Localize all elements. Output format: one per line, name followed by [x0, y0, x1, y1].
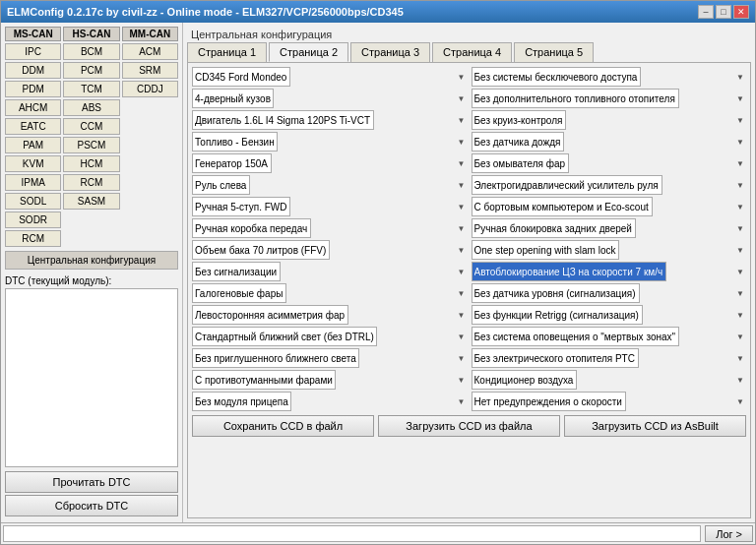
sidebar-item-srm[interactable]: SRM [122, 62, 178, 79]
config-select-left-5[interactable]: Руль слева [192, 175, 250, 195]
sidebar-item-sodl[interactable]: SODL [5, 193, 61, 210]
ms-can-column: MS-CAN IPC DDM PDM AHCM EATC PAM KVM IPM… [5, 27, 61, 247]
sidebar-item-hcm[interactable]: HCM [63, 155, 119, 172]
save-ccd-button[interactable]: Сохранить CCD в файл [192, 415, 374, 437]
window-title: ELMConfig 0.2.17c by civil-zz - Online m… [7, 6, 404, 18]
config-select-left-8[interactable]: Объем бака 70 литров (FFV) [192, 240, 330, 260]
config-select-right-8[interactable]: One step opening with slam lock [472, 240, 619, 260]
sidebar-item-pam[interactable]: PAM [5, 137, 61, 153]
sidebar-item-kvm[interactable]: KVM [5, 155, 61, 172]
config-select-left-4[interactable]: Генератор 150А [192, 153, 272, 173]
tab-page4[interactable]: Страница 4 [432, 42, 512, 62]
config-select-right-2[interactable]: Без круиз-контроля [472, 110, 566, 130]
close-button[interactable]: ✕ [733, 5, 749, 19]
ms-can-header: MS-CAN [5, 27, 61, 41]
config-select-right-4[interactable]: Без омывателя фар [472, 153, 569, 173]
table-row: Ручная коробка передачРучная блокировка … [192, 218, 746, 238]
title-bar: ELMConfig 0.2.17c by civil-zz - Online m… [1, 1, 755, 23]
config-select-left-6[interactable]: Ручная 5-ступ. FWD [192, 197, 290, 216]
table-row: Двигатель 1.6L I4 Sigma 120PS Ti-VCTБез … [192, 110, 746, 130]
sidebar-item-sodr[interactable]: SODR [5, 212, 61, 228]
window-controls: – □ ✕ [698, 5, 749, 19]
config-select-left-12[interactable]: Стандартный ближний свет (без DTRL) [192, 327, 377, 346]
table-row: Стандартный ближний свет (без DTRL)Без с… [192, 327, 746, 346]
config-select-left-10[interactable]: Галогеновые фары [192, 283, 286, 303]
config-select-right-1[interactable]: Без дополнительного топливного отопителя [472, 89, 679, 108]
tab-page1[interactable]: Страница 1 [187, 42, 267, 62]
sidebar-item-tcm[interactable]: TCM [63, 81, 119, 97]
tab-page3[interactable]: Страница 3 [350, 42, 430, 62]
left-panel: MS-CAN IPC DDM PDM AHCM EATC PAM KVM IPM… [1, 23, 183, 522]
config-select-right-7[interactable]: Ручная блокировка задних дверей [472, 218, 636, 238]
sidebar-item-pdm[interactable]: PDM [5, 81, 61, 97]
sidebar-item-bcm[interactable]: BCM [63, 43, 119, 60]
sidebar-item-rcm-hs[interactable]: RCM [63, 174, 119, 191]
tab-page2[interactable]: Страница 2 [269, 42, 348, 62]
sidebar-item-rcm-ms[interactable]: RCM [5, 230, 61, 247]
dtc-label: DTC (текущий модуль): [5, 273, 178, 288]
mm-can-column: MM-CAN ACM SRM CDDJ [122, 27, 178, 247]
sidebar-item-sasm[interactable]: SASM [63, 193, 119, 210]
sidebar-item-ipma[interactable]: IPMA [5, 174, 61, 191]
config-select-left-9[interactable]: Без сигнализации [192, 262, 281, 281]
read-dtc-button[interactable]: Прочитать DTC [5, 471, 178, 493]
sidebar-item-ipc[interactable]: IPC [5, 43, 61, 60]
config-select-left-11[interactable]: Левосторонняя асимметрия фар [192, 305, 348, 325]
table-row: Без сигнализацииАвтоблокирование ЦЗ на с… [192, 262, 746, 281]
config-select-right-14[interactable]: Кондиционер воздуха [472, 370, 577, 390]
sidebar-item-ddm[interactable]: DDM [5, 62, 61, 79]
config-select-left-15[interactable]: Без модуля прицепа [192, 392, 291, 411]
tab-content: CD345 Ford MondeoБез системы бесключевог… [187, 62, 751, 518]
config-select-left-14[interactable]: С противотуманными фарами [192, 370, 336, 390]
dtc-box [5, 288, 178, 467]
restore-button[interactable]: □ [716, 5, 731, 19]
table-row: Ручная 5-ступ. FWDС бортовым компьютером… [192, 197, 746, 216]
hs-can-column: HS-CAN BCM PCM TCM ABS CCM PSCM HCM RCM … [63, 27, 119, 247]
config-select-right-12[interactable]: Без система оповещения о "мертвых зонах" [472, 327, 679, 346]
config-select-right-0[interactable]: Без системы бесключевого доступа [472, 67, 641, 87]
table-row: Объем бака 70 литров (FFV)One step openi… [192, 240, 746, 260]
reset-dtc-button[interactable]: Сбросить DTC [5, 495, 178, 516]
table-row: 4-дверный кузовБез дополнительного топли… [192, 89, 746, 108]
config-grid: CD345 Ford MondeoБез системы бесключевог… [192, 67, 746, 411]
config-select-left-0[interactable]: CD345 Ford Mondeo [192, 67, 290, 87]
status-input[interactable] [3, 525, 701, 542]
sidebar-item-pscm[interactable]: PSCM [63, 137, 119, 153]
minimize-button[interactable]: – [698, 5, 714, 19]
config-select-right-15[interactable]: Нет предупреждения о скорости [472, 392, 626, 411]
table-row: Левосторонняя асимметрия фарБез функции … [192, 305, 746, 325]
sidebar-item-pcm[interactable]: PCM [63, 62, 119, 79]
sidebar-item-ahcm[interactable]: AHCM [5, 99, 61, 116]
status-bar: Лог > [1, 522, 755, 544]
load-ccd-file-button[interactable]: Загрузить CCD из файла [378, 415, 560, 437]
config-select-left-3[interactable]: Топливо - Бензин [192, 132, 278, 151]
table-row: CD345 Ford MondeoБез системы бесключевог… [192, 67, 746, 87]
sidebar-item-acm[interactable]: ACM [122, 43, 178, 60]
config-select-right-3[interactable]: Без датчика дождя [472, 132, 564, 151]
sidebar-item-ccm[interactable]: CCM [63, 118, 119, 135]
config-select-left-13[interactable]: Без приглушенного ближнего света [192, 348, 359, 368]
config-select-right-6[interactable]: С бортовым компьютером и Eco-scout [472, 197, 653, 216]
tab-page5[interactable]: Страница 5 [514, 42, 594, 62]
config-select-left-2[interactable]: Двигатель 1.6L I4 Sigma 120PS Ti-VCT [192, 110, 374, 130]
config-select-right-10[interactable]: Без датчика уровня (сигнализация) [472, 283, 640, 303]
config-select-left-7[interactable]: Ручная коробка передач [192, 218, 311, 238]
sidebar-item-eatc[interactable]: EATC [5, 118, 61, 135]
table-row: С противотуманными фарамиКондиционер воз… [192, 370, 746, 390]
config-select-right-13[interactable]: Без электрического отопителя PTC [472, 348, 639, 368]
sidebar-item-abs[interactable]: ABS [63, 99, 119, 116]
config-select-left-1[interactable]: 4-дверный кузов [192, 89, 274, 108]
log-button[interactable]: Лог > [705, 525, 753, 542]
hs-can-header: HS-CAN [63, 27, 119, 41]
bottom-buttons: Сохранить CCD в файл Загрузить CCD из фа… [192, 411, 746, 439]
load-ccd-asbuilt-button[interactable]: Загрузить CCD из AsBuilt [564, 415, 746, 437]
config-select-right-9[interactable]: Автоблокирование ЦЗ на скорости 7 км/ч [472, 262, 666, 281]
main-content: MS-CAN IPC DDM PDM AHCM EATC PAM KVM IPM… [1, 23, 755, 522]
tabs-container: Страница 1 Страница 2 Страница 3 Страниц… [187, 42, 751, 62]
bus-section: MS-CAN IPC DDM PDM AHCM EATC PAM KVM IPM… [5, 27, 178, 247]
table-row: Без модуля прицепаНет предупреждения о с… [192, 392, 746, 411]
config-select-right-5[interactable]: Электрогидравлический усилитель руля [472, 175, 662, 195]
table-row: Генератор 150АБез омывателя фар [192, 153, 746, 173]
config-select-right-11[interactable]: Без функции Retrigg (сигнализация) [472, 305, 643, 325]
sidebar-item-cddj[interactable]: CDDJ [122, 81, 178, 97]
